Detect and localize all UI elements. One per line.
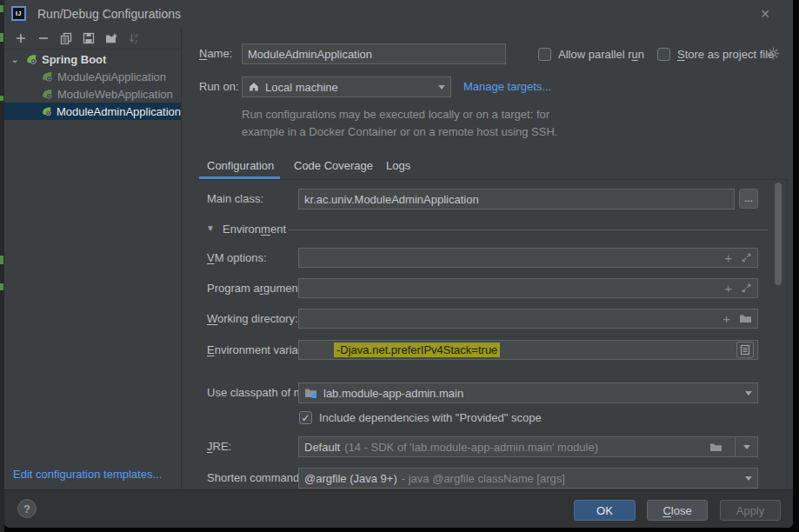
configuration-panel: Name: ModuleAdminApplication Allow paral… bbox=[183, 28, 793, 489]
tree-item-label: ModuleWebApplication bbox=[57, 88, 173, 101]
spring-boot-icon bbox=[25, 53, 37, 65]
code-fragment bbox=[0, 283, 3, 290]
dialog-title: Run/Debug Configurations bbox=[37, 7, 181, 21]
run-debug-configurations-dialog: IJ Run/Debug Configurations ✕ az bbox=[4, 0, 793, 528]
sort-alphabetically-icon[interactable]: az bbox=[127, 31, 141, 45]
edit-configuration-templates-link[interactable]: Edit configuration templates... bbox=[13, 468, 162, 481]
code-fragment bbox=[0, 5, 3, 12]
add-icon[interactable] bbox=[14, 31, 28, 45]
copy-icon[interactable] bbox=[59, 31, 73, 45]
shorten-command-line-dropdown[interactable]: @argfile (Java 9+) - java @argfile class… bbox=[298, 468, 758, 489]
gear-icon[interactable] bbox=[767, 47, 780, 60]
store-as-project-file-checkbox[interactable] bbox=[657, 48, 670, 61]
add-icon[interactable]: + bbox=[724, 284, 732, 293]
tabs-divider bbox=[195, 179, 787, 180]
tree-item-label: Spring Boot bbox=[42, 53, 106, 66]
jre-label: JRE: bbox=[207, 440, 231, 453]
spring-boot-icon bbox=[41, 105, 52, 117]
browse-main-class-button[interactable]: ... bbox=[739, 189, 758, 209]
chevron-down-icon bbox=[745, 391, 752, 396]
environment-section-title[interactable]: Environment bbox=[223, 223, 286, 236]
chevron-down-icon bbox=[745, 476, 752, 481]
working-directory-input[interactable]: + bbox=[298, 309, 758, 329]
manage-targets-link[interactable]: Manage targets... bbox=[463, 80, 551, 93]
sidebar-toolbar: az bbox=[4, 28, 181, 50]
tree-item-module-api-application[interactable]: ModuleApiApplication bbox=[4, 68, 181, 85]
scroll-pane-border bbox=[787, 179, 788, 489]
svg-text:a: a bbox=[135, 32, 138, 38]
apply-button[interactable]: Apply bbox=[720, 500, 781, 521]
chevron-down-icon bbox=[438, 85, 445, 90]
expand-icon[interactable] bbox=[741, 283, 752, 294]
code-fragment bbox=[0, 96, 3, 101]
svg-text:z: z bbox=[135, 38, 137, 44]
tab-logs[interactable]: Logs bbox=[386, 159, 410, 172]
folder-icon[interactable] bbox=[709, 442, 722, 453]
dialog-titlebar: IJ Run/Debug Configurations ✕ bbox=[4, 0, 793, 28]
environment-variables-value: -Djava.net.preferIPv4Stack=true bbox=[334, 342, 500, 357]
working-directory-label: Working directory: bbox=[207, 312, 298, 325]
add-icon[interactable]: + bbox=[722, 315, 730, 323]
save-icon[interactable] bbox=[82, 31, 96, 45]
jre-dropdown[interactable]: Default (14 - SDK of 'lab.module-app-adm… bbox=[298, 436, 758, 457]
configurations-sidebar: az ⌄ Spring Boot ModuleApiApplication Mo… bbox=[4, 28, 182, 489]
module-icon bbox=[304, 387, 317, 399]
chevron-down-icon bbox=[743, 445, 750, 449]
spring-boot-icon bbox=[41, 88, 53, 100]
ok-button[interactable]: OK bbox=[574, 500, 636, 521]
chevron-down-icon[interactable]: ⌄ bbox=[11, 55, 21, 64]
main-class-label: Main class: bbox=[207, 192, 263, 205]
expand-icon[interactable] bbox=[741, 252, 752, 263]
jre-dropdown-button[interactable] bbox=[735, 437, 757, 456]
vm-options-input[interactable]: + bbox=[298, 248, 758, 268]
edit-variables-icon[interactable] bbox=[736, 342, 754, 358]
program-arguments-input[interactable]: + bbox=[298, 278, 758, 298]
store-as-project-file-label: Store as project file bbox=[677, 48, 774, 61]
tab-code-coverage[interactable]: Code Coverage bbox=[294, 159, 373, 172]
include-provided-label: Include dependencies with "Provided" sco… bbox=[319, 411, 542, 424]
name-input[interactable]: ModuleAdminApplication bbox=[242, 43, 506, 64]
run-on-dropdown[interactable]: Local machine bbox=[242, 76, 451, 97]
tree-item-label: ModuleAdminApplication bbox=[57, 105, 181, 118]
home-icon bbox=[248, 81, 260, 93]
allow-parallel-run-checkbox[interactable] bbox=[538, 48, 551, 61]
code-fragment bbox=[0, 33, 3, 42]
allow-parallel-run-label: Allow parallel run bbox=[558, 48, 644, 61]
close-icon[interactable]: ✕ bbox=[760, 7, 770, 21]
program-arguments-label: Program arguments: bbox=[207, 282, 310, 295]
tree-item-label: ModuleApiApplication bbox=[57, 70, 166, 83]
remove-icon[interactable] bbox=[37, 31, 50, 45]
dialog-footer: ? OK Close Apply bbox=[4, 489, 793, 528]
folder-icon[interactable] bbox=[739, 313, 752, 324]
run-on-description-line2: example in a Docker Container or on a re… bbox=[242, 125, 557, 138]
tree-item-module-web-application[interactable]: ModuleWebApplication bbox=[4, 85, 181, 103]
add-icon[interactable]: + bbox=[724, 254, 732, 263]
new-folder-icon[interactable] bbox=[104, 31, 118, 45]
main-class-input[interactable]: kr.ac.univ.ModuleAdminApplication bbox=[298, 189, 735, 209]
tree-item-spring-boot[interactable]: ⌄ Spring Boot bbox=[4, 50, 181, 68]
include-provided-checkbox[interactable]: ✓ bbox=[299, 411, 312, 424]
code-fragment bbox=[0, 256, 3, 264]
vm-options-label: VM options: bbox=[207, 251, 267, 264]
spring-boot-icon bbox=[41, 70, 53, 83]
run-on-description-line1: Run configurations may be executed local… bbox=[242, 108, 549, 121]
vertical-scrollbar[interactable] bbox=[775, 183, 782, 285]
configurations-tree: ⌄ Spring Boot ModuleApiApplication Modul… bbox=[4, 50, 181, 120]
intellij-logo-icon: IJ bbox=[11, 6, 26, 21]
collapse-triangle-icon[interactable]: ▼ bbox=[206, 223, 215, 233]
use-classpath-dropdown[interactable]: lab.module-app-admin.main bbox=[298, 382, 758, 403]
name-label: Name: bbox=[199, 47, 232, 60]
close-button[interactable]: Close bbox=[647, 500, 708, 521]
environment-variables-input[interactable]: -Djava.net.preferIPv4Stack=true bbox=[298, 340, 758, 360]
tree-item-module-admin-application[interactable]: ModuleAdminApplication bbox=[4, 103, 181, 120]
screen: IJ Run/Debug Configurations ✕ az bbox=[0, 0, 799, 532]
help-button[interactable]: ? bbox=[17, 499, 37, 518]
section-divider bbox=[288, 229, 769, 230]
run-on-label: Run on: bbox=[199, 80, 239, 93]
tab-configuration[interactable]: Configuration bbox=[207, 159, 274, 172]
